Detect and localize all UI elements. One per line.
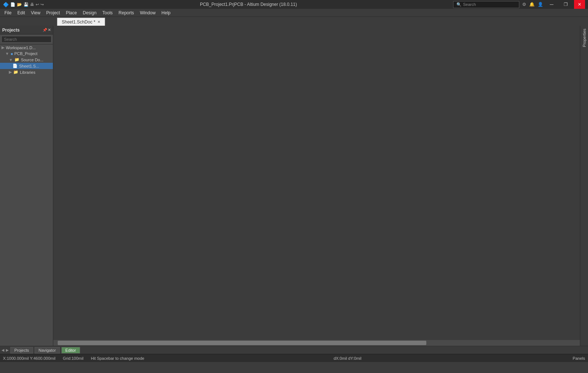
canvas-scroll-area: ▼ + □ ⊢ ⬛ ～ ↓ ⊣ ▪ ◉ ⊘ A ↺ [53, 26, 580, 346]
project-tree: ▶ Workspace1.D... ▼ ■ PCB_Project ▼ 📁 So… [0, 44, 53, 75]
source-expand-icon: ▼ [9, 58, 13, 62]
menu-tools[interactable]: Tools [100, 10, 116, 16]
project-expand-icon: ▼ [5, 51, 9, 56]
coordinates-display: X:1000.000mil Y:4600.000mil [3, 356, 55, 361]
workspace-icon: ▶ [1, 45, 4, 50]
search-panel[interactable] [0, 35, 53, 44]
grid-display: Grid:100mil [63, 356, 83, 361]
window-title: PCB_Project1.PrjPCB - Altium Designer (1… [44, 2, 453, 7]
tb-open[interactable]: 📂 [17, 2, 22, 7]
next-tab-btn[interactable]: ▶ [6, 348, 9, 352]
tab-editor[interactable]: Editor [61, 347, 80, 354]
titlebar: 🔷 📄 📂 💾 🖶 ↩ ↪ PCB_Project1.PrjPCB - Alti… [0, 0, 588, 9]
sheet1-label: Sheet1.S... [19, 64, 39, 68]
tree-libraries[interactable]: ▶ 📁 Libraries [0, 69, 53, 75]
tab-navigator[interactable]: Navigator [35, 347, 60, 354]
menu-file[interactable]: File [1, 10, 14, 16]
panel-pin-icon[interactable]: 📌 [43, 28, 47, 32]
menu-window[interactable]: Window [137, 10, 159, 16]
search-box[interactable]: 🔍 Search [453, 1, 519, 8]
restore-button[interactable]: ❐ [560, 0, 571, 9]
tb-new[interactable]: 📄 [10, 2, 15, 7]
prev-tab-btn[interactable]: ◀ [1, 348, 4, 352]
hint-text: Hit Spacebar to change mode [91, 356, 144, 361]
tb-print[interactable]: 🖶 [30, 2, 34, 7]
tab-close-icon[interactable]: ✕ [97, 20, 100, 24]
right-properties-panel: Properties [580, 26, 588, 346]
tb-undo[interactable]: ↩ [36, 2, 39, 7]
tree-sheet1[interactable]: 📄 Sheet1.S... [0, 63, 53, 69]
libraries-label: Libraries [20, 70, 35, 75]
tree-source-docs[interactable]: ▼ 📁 Source Do... [0, 57, 53, 63]
menubar: File Edit View Project Place Design Tool… [0, 9, 588, 17]
search-icon: 🔍 [456, 2, 462, 7]
left-panel: Projects 📌 ✕ ▶ Workspace1.D... ▼ ■ PCB_P… [0, 26, 53, 346]
tab-sheet1[interactable]: Sheet1.SchDoc * ✕ [57, 18, 105, 26]
notification-icon[interactable]: 🔔 [529, 2, 535, 7]
panel-close-icon[interactable]: ✕ [48, 28, 51, 32]
workspace-label: Workspace1.D... [6, 46, 36, 50]
settings-icon[interactable]: ⚙ [522, 2, 526, 7]
project-icon: ■ [11, 52, 13, 56]
tab-label: Sheet1.SchDoc * [62, 19, 95, 25]
statusbar: X:1000.000mil Y:4600.000mil Grid:100mil … [0, 354, 588, 362]
search-input[interactable] [1, 36, 51, 43]
horizontal-scrollbar[interactable] [53, 340, 580, 346]
lib-folder-icon: 📁 [13, 70, 18, 75]
menu-help[interactable]: Help [158, 10, 173, 16]
tab-projects[interactable]: Projects [10, 347, 33, 354]
lib-expand-icon: ▶ [9, 70, 12, 75]
tree-pcb-project[interactable]: ▼ ■ PCB_Project [0, 51, 53, 57]
delta-display: dX:0mil dY:0mil [334, 356, 362, 361]
folder-icon: 📁 [14, 57, 19, 62]
project-label: PCB_Project [14, 51, 37, 56]
file-icon: 📄 [12, 64, 18, 68]
minimize-button[interactable]: ─ [546, 0, 557, 9]
properties-tab[interactable]: Properties [581, 26, 588, 50]
menu-reports[interactable]: Reports [116, 10, 137, 16]
tree-workspace[interactable]: ▶ Workspace1.D... [0, 44, 53, 51]
panel-buttons: 📌 ✕ [43, 28, 51, 32]
panels-button[interactable]: Panels [573, 356, 585, 361]
source-docs-label: Source Do... [21, 58, 43, 62]
titlebar-icons: 🔷 📄 📂 💾 🖶 ↩ ↪ [3, 2, 44, 7]
canvas-container: ▼ + □ ⊢ ⬛ ～ ↓ ⊣ ▪ ◉ ⊘ A ↺ [53, 26, 580, 340]
search-label[interactable]: Search [463, 2, 476, 7]
menu-place[interactable]: Place [63, 10, 80, 16]
horizontal-scroll-thumb[interactable] [58, 341, 426, 345]
tb-save[interactable]: 💾 [24, 2, 29, 7]
menu-project[interactable]: Project [43, 10, 63, 16]
menu-edit[interactable]: Edit [14, 10, 28, 16]
close-button[interactable]: ✕ [574, 0, 585, 9]
bottom-panel: ◀ ▶ Projects Navigator Editor [0, 346, 588, 354]
menu-view[interactable]: View [28, 10, 43, 16]
user-icon[interactable]: 👤 [538, 2, 543, 7]
panel-header: Projects 📌 ✕ [0, 26, 53, 35]
panel-title: Projects [2, 28, 19, 33]
tabbar: Sheet1.SchDoc * ✕ [0, 17, 588, 26]
menu-design[interactable]: Design [80, 10, 99, 16]
titlebar-right: 🔍 Search ⚙ 🔔 👤 ─ ❐ ✕ [453, 0, 585, 9]
app-logo: 🔷 [3, 2, 9, 7]
tb-redo[interactable]: ↪ [40, 2, 44, 7]
